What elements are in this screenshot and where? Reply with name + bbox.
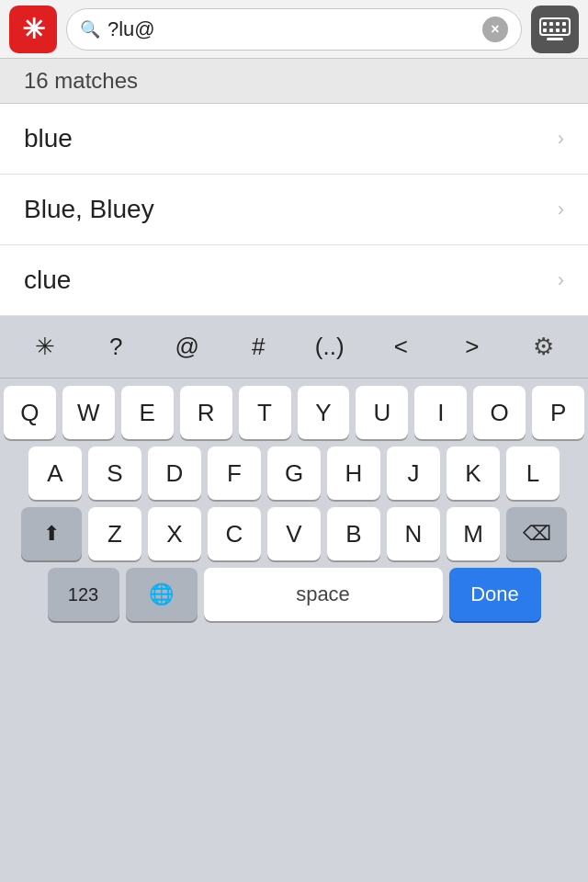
key-l[interactable]: L [506, 447, 560, 500]
clear-icon: × [491, 22, 499, 37]
symbol-gear-key[interactable]: ⚙ [521, 329, 565, 365]
svg-rect-8 [562, 28, 566, 32]
numbers-key[interactable]: 123 [48, 568, 119, 621]
search-icon: 🔍 [80, 19, 100, 40]
key-q[interactable]: Q [4, 386, 56, 439]
matches-count: 16 matches [24, 68, 138, 93]
result-text: clue [24, 266, 71, 295]
svg-rect-2 [549, 22, 553, 26]
keyboard-row-3: ⬆ Z X C V B N M ⌫ [4, 507, 584, 560]
key-k[interactable]: K [447, 447, 500, 500]
keyboard-row-4: 123 🌐 space Done [4, 568, 584, 621]
key-g[interactable]: G [267, 447, 321, 500]
backspace-key[interactable]: ⌫ [506, 507, 567, 560]
svg-rect-1 [543, 22, 547, 26]
key-d[interactable]: D [148, 447, 201, 500]
svg-rect-5 [543, 28, 547, 32]
search-input[interactable] [107, 17, 475, 41]
result-item-clue[interactable]: clue › [0, 245, 588, 316]
matches-bar: 16 matches [0, 59, 588, 104]
symbol-hash-key[interactable]: # [236, 329, 280, 365]
symbol-question-key[interactable]: ? [94, 329, 138, 365]
result-text: blue [24, 124, 73, 153]
shift-key[interactable]: ⬆ [21, 507, 82, 560]
result-item-blue[interactable]: blue › [0, 104, 588, 175]
key-x[interactable]: X [148, 507, 201, 560]
key-v[interactable]: V [267, 507, 321, 560]
symbol-row: ✳ ? @ # (..) < > ⚙ [0, 316, 588, 379]
key-m[interactable]: M [447, 507, 500, 560]
symbol-less-than-key[interactable]: < [379, 329, 423, 365]
app-logo-icon: ✳ [22, 13, 45, 45]
keyboard-icon [539, 17, 571, 41]
chevron-icon: › [558, 198, 564, 221]
key-u[interactable]: U [356, 386, 408, 439]
chevron-icon: › [558, 127, 564, 151]
result-text: Blue, Bluey [24, 195, 154, 224]
key-f[interactable]: F [208, 447, 261, 500]
key-j[interactable]: J [387, 447, 440, 500]
svg-rect-6 [549, 28, 553, 32]
results-list: blue › Blue, Bluey › clue › [0, 104, 588, 316]
result-item-blue-bluey[interactable]: Blue, Bluey › [0, 175, 588, 245]
symbol-at-key[interactable]: @ [165, 329, 209, 365]
key-t[interactable]: T [239, 386, 291, 439]
clear-button[interactable]: × [482, 17, 508, 42]
done-key[interactable]: Done [449, 568, 541, 621]
symbol-parens-key[interactable]: (..) [308, 329, 352, 365]
key-i[interactable]: I [414, 386, 467, 439]
search-bar: 🔍 × [66, 8, 522, 51]
key-c[interactable]: C [208, 507, 261, 560]
key-y[interactable]: Y [298, 386, 350, 439]
key-r[interactable]: R [180, 386, 232, 439]
key-h[interactable]: H [327, 447, 380, 500]
key-a[interactable]: A [28, 447, 82, 500]
keyboard-row-2: A S D F G H J K L [4, 447, 584, 500]
key-z[interactable]: Z [88, 507, 141, 560]
symbol-asterisk-key[interactable]: ✳ [23, 329, 67, 365]
svg-rect-3 [556, 22, 560, 26]
key-p[interactable]: P [532, 386, 584, 439]
chevron-icon: › [558, 268, 564, 292]
key-e[interactable]: E [121, 386, 174, 439]
key-n[interactable]: N [387, 507, 440, 560]
keyboard-row-1: Q W E R T Y U I O P [4, 386, 584, 439]
key-o[interactable]: O [473, 386, 526, 439]
key-s[interactable]: S [88, 447, 141, 500]
globe-key[interactable]: 🌐 [126, 568, 198, 621]
svg-rect-4 [562, 22, 566, 26]
space-key[interactable]: space [204, 568, 443, 621]
keyboard-toggle-button[interactable] [531, 6, 579, 53]
svg-rect-9 [547, 38, 563, 40]
key-w[interactable]: W [62, 386, 115, 439]
symbol-greater-than-key[interactable]: > [450, 329, 494, 365]
keyboard: Q W E R T Y U I O P A S D F G H J K L ⬆ … [0, 379, 588, 632]
svg-rect-7 [556, 28, 560, 32]
key-b[interactable]: B [327, 507, 380, 560]
header: ✳ 🔍 × [0, 0, 588, 59]
svg-rect-0 [540, 18, 570, 35]
app-logo[interactable]: ✳ [9, 6, 57, 53]
